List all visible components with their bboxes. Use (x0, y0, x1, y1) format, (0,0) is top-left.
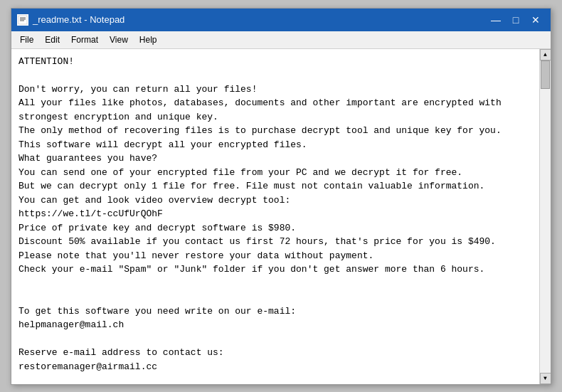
menu-file[interactable]: File (14, 33, 39, 47)
window-title: _readme.txt - Notepad (33, 14, 124, 25)
vertical-scrollbar[interactable]: ▲ ▼ (539, 49, 551, 384)
title-bar: _readme.txt - Notepad — □ ✕ (11, 9, 551, 31)
scroll-up-button[interactable]: ▲ (540, 49, 551, 60)
menu-help[interactable]: Help (134, 33, 163, 47)
menu-format[interactable]: Format (65, 33, 104, 47)
notepad-window: _readme.txt - Notepad — □ ✕ File Edit Fo… (11, 8, 551, 385)
app-icon (17, 14, 28, 26)
text-editor[interactable]: ATTENTION! Don't worry, you can return a… (11, 49, 539, 384)
title-bar-left: _readme.txt - Notepad (17, 14, 124, 26)
menu-edit[interactable]: Edit (39, 33, 65, 47)
maximize-button[interactable]: □ (507, 12, 525, 28)
menu-bar: File Edit Format View Help (11, 31, 551, 49)
content-area: ATTENTION! Don't worry, you can return a… (11, 49, 551, 384)
menu-view[interactable]: View (104, 33, 134, 47)
scrollbar-track[interactable] (540, 60, 551, 373)
window-controls: — □ ✕ (487, 12, 545, 28)
svg-rect-0 (18, 16, 27, 24)
scroll-down-button[interactable]: ▼ (540, 373, 551, 384)
scrollbar-thumb[interactable] (541, 60, 550, 89)
minimize-button[interactable]: — (487, 12, 505, 28)
close-button[interactable]: ✕ (526, 12, 545, 28)
